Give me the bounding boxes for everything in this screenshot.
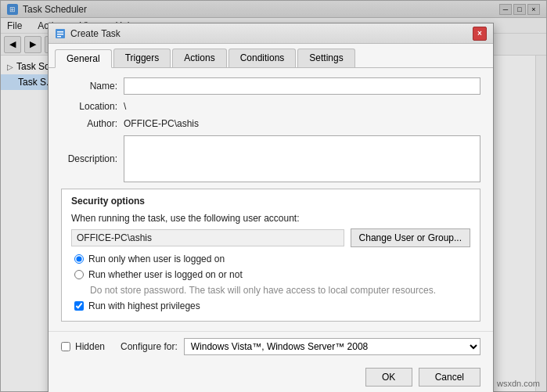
- tabs-bar: General Triggers Actions Conditions Sett…: [49, 44, 493, 68]
- ok-button[interactable]: OK: [365, 368, 412, 387]
- radio-logged-on-row: Run only when user is logged on: [71, 254, 470, 264]
- hidden-checkbox-row: Hidden: [61, 341, 105, 352]
- description-label: Description:: [61, 153, 124, 164]
- name-label: Name:: [61, 81, 124, 92]
- tab-conditions[interactable]: Conditions: [229, 49, 297, 67]
- tab-settings[interactable]: Settings: [297, 49, 354, 67]
- highest-privileges-checkbox[interactable]: [74, 301, 84, 311]
- radio-logged-on-label: Run only when user is logged on: [88, 254, 225, 264]
- store-password-note: Do not store password. The task will onl…: [71, 285, 470, 296]
- dialog-close-button[interactable]: ×: [473, 27, 487, 41]
- hidden-label: Hidden: [75, 341, 105, 352]
- location-row: Location: \: [61, 101, 480, 112]
- author-value: OFFICE-PC\ashis: [124, 118, 199, 129]
- create-task-dialog: Create Task × General Triggers Actions C…: [48, 23, 494, 392]
- highest-privileges-label: Run with highest privileges: [88, 300, 200, 311]
- task-scheduler-window: ⊞ Task Scheduler ─ □ × File Action View …: [0, 0, 547, 392]
- description-textarea[interactable]: [124, 135, 480, 182]
- tab-actions[interactable]: Actions: [172, 49, 226, 67]
- name-row: Name:: [61, 77, 480, 95]
- description-row: Description:: [61, 135, 480, 182]
- when-running-label: When running the task, use the following…: [71, 213, 470, 224]
- hidden-checkbox[interactable]: [61, 342, 70, 351]
- configure-for-label: Configure for:: [121, 341, 178, 352]
- dialog-title-bar: Create Task ×: [49, 23, 493, 44]
- radio-not-logged-on[interactable]: [74, 270, 84, 279]
- highest-privileges-row: Run with highest privileges: [71, 300, 470, 311]
- security-group-title: Security options: [71, 196, 470, 207]
- svg-rect-3: [57, 36, 61, 38]
- author-row: Author: OFFICE-PC\ashis: [61, 118, 480, 129]
- dialog-icon: [55, 28, 66, 39]
- radio-logged-on[interactable]: [74, 254, 84, 264]
- watermark: wsxdn.com: [497, 379, 540, 388]
- location-value: \: [124, 101, 126, 112]
- dialog-form-content: Name: Location: \ Author: OFFICE-PC\ashi…: [49, 68, 493, 331]
- configure-row: Hidden Configure for: Windows Vista™, Wi…: [49, 331, 493, 361]
- user-account-row: OFFICE-PC\ashis Change User or Group...: [71, 228, 470, 247]
- svg-rect-1: [57, 31, 63, 33]
- cancel-button[interactable]: Cancel: [419, 368, 480, 387]
- name-input[interactable]: [124, 77, 480, 95]
- dialog-title-left: Create Task: [55, 28, 121, 39]
- tab-triggers[interactable]: Triggers: [113, 49, 171, 67]
- dialog-footer: OK Cancel: [49, 361, 493, 392]
- radio-not-logged-on-row: Run whether user is logged on or not: [71, 269, 470, 280]
- dialog-title-text: Create Task: [70, 28, 121, 39]
- author-label: Author:: [61, 118, 124, 129]
- user-account-display: OFFICE-PC\ashis: [71, 229, 344, 246]
- svg-rect-2: [57, 34, 63, 35]
- tab-general[interactable]: General: [55, 49, 112, 68]
- security-options-group: Security options When running the task, …: [61, 189, 480, 322]
- change-user-button[interactable]: Change User or Group...: [351, 228, 470, 247]
- location-label: Location:: [61, 101, 124, 112]
- radio-not-logged-on-label: Run whether user is logged on or not: [88, 269, 243, 280]
- configure-select[interactable]: Windows Vista™, Windows Server™ 2008 Win…: [184, 338, 480, 355]
